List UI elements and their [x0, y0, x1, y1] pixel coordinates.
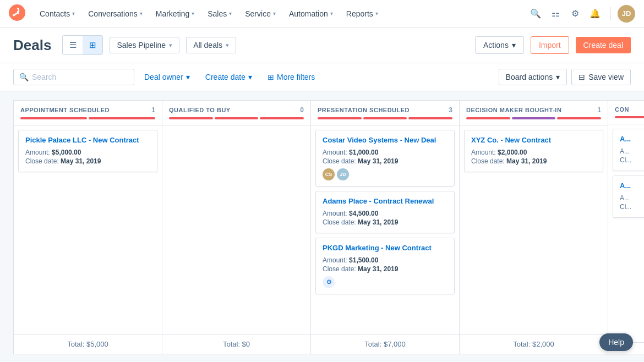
col-body-decision-maker-bought-in: XYZ Co. - New ContractAmount: $2,000.00C… [460, 125, 608, 334]
chevron-down-icon: ▾ [192, 10, 194, 17]
deal-card-partial[interactable]: A... A... Cl... [613, 175, 644, 218]
progress-bar [466, 117, 510, 119]
chevron-down-icon: ▾ [140, 10, 143, 17]
progress-bar [169, 117, 213, 119]
deal-card-d5[interactable]: XYZ Co. - New ContractAmount: $2,000.00C… [464, 130, 603, 172]
deal-avatars-d4: ⊙ [323, 276, 447, 288]
col-count-decision-maker-bought-in: 1 [597, 106, 601, 114]
deal-amount-d4: Amount: $1,500.00 [323, 256, 447, 264]
progress-bar [318, 117, 362, 119]
chevron-down-icon: ▾ [512, 41, 516, 50]
deal-card-d1[interactable]: Pickle Palace LLC - New ContractAmount: … [18, 130, 157, 172]
chevron-down-icon: ▾ [273, 10, 276, 17]
progress-bar [557, 117, 601, 119]
deal-amount-d5: Amount: $2,000.00 [471, 149, 596, 156]
save-view-button[interactable]: ⊟ Save view [571, 69, 631, 85]
col-header-col-partial: CON [608, 101, 644, 124]
deal-card-d4[interactable]: PKGD Marketing - New ContractAmount: $1,… [315, 238, 455, 294]
col-bars-qualified-to-buy [169, 117, 304, 119]
chevron-down-icon: ▾ [72, 10, 75, 17]
col-title-col-partial: CON [615, 106, 629, 113]
chevron-down-icon: ▾ [186, 73, 190, 81]
progress-bar [215, 117, 259, 119]
deal-amount: A... [620, 194, 644, 202]
col-header-qualified-to-buy: QUALIFIED TO BUY0 [162, 101, 310, 125]
col-header-decision-maker-bought-in: DECISION MAKER BOUGHT-IN1 [460, 101, 608, 125]
help-button[interactable]: Help [599, 333, 633, 351]
kanban-col-presentation-scheduled: PRESENTATION SCHEDULED3Costar Video Syst… [310, 100, 459, 354]
nav-conversations[interactable]: Conversations ▾ [83, 5, 148, 23]
col-title-qualified-to-buy: QUALIFIED TO BUY [169, 107, 231, 113]
hubspot-logo[interactable] [9, 4, 25, 23]
chevron-down-icon: ▾ [169, 42, 172, 49]
nav-automation[interactable]: Automation ▾ [283, 5, 339, 23]
col-title-decision-maker-bought-in: DECISION MAKER BOUGHT-IN [466, 107, 561, 113]
settings-icon-btn[interactable]: ⚙ [566, 5, 584, 23]
deal-card-partial[interactable]: A... A... Cl... [613, 129, 644, 171]
search-box[interactable]: 🔍 [13, 69, 134, 85]
user-avatar[interactable]: JD [618, 5, 635, 23]
search-input[interactable] [32, 73, 128, 81]
deal-avatars-d2: CSJD [323, 168, 447, 180]
col-body-qualified-to-buy [162, 125, 310, 334]
actions-button[interactable]: Actions ▾ [475, 36, 524, 54]
deal-close-date-d3: Close date: May 31, 2019 [323, 218, 447, 226]
nav-divider [610, 7, 611, 20]
page-header: Deals ☰ ⊞ Sales Pipeline ▾ All deals ▾ A… [0, 28, 644, 63]
nav-reports[interactable]: Reports ▾ [341, 5, 384, 23]
chevron-down-icon: ▾ [556, 73, 560, 81]
chevron-down-icon: ▾ [248, 73, 252, 81]
deal-card-d2[interactable]: Costar Video Systems - New DealAmount: $… [315, 130, 455, 187]
col-title-appointment-scheduled: APPOINTMENT SCHEDULED [20, 107, 110, 113]
more-filters-btn[interactable]: ⊞ More filters [262, 69, 320, 85]
deal-title-d2[interactable]: Costar Video Systems - New Deal [323, 136, 447, 145]
deal-close-date-d1: Close date: May 31, 2019 [25, 157, 150, 165]
create-deal-button[interactable]: Create deal [576, 37, 631, 53]
create-date-filter[interactable]: Create date ▾ [200, 69, 258, 85]
board-actions-button[interactable]: Board actions ▾ [499, 69, 567, 85]
kanban-col-decision-maker-bought-in: DECISION MAKER BOUGHT-IN1XYZ Co. - New C… [459, 100, 608, 354]
import-button[interactable]: Import [531, 36, 569, 54]
marketplace-icon-btn[interactable]: ⚏ [547, 5, 564, 23]
col-footer-decision-maker-bought-in: Total: $2,000 [460, 334, 608, 354]
nav-service[interactable]: Service ▾ [239, 5, 281, 23]
progress-bar [260, 117, 304, 119]
filter-bar: 🔍 Deal owner ▾ Create date ▾ ⊞ More filt… [0, 63, 644, 91]
col-count-appointment-scheduled: 1 [151, 106, 155, 114]
deal-title-d5[interactable]: XYZ Co. - New Contract [471, 136, 596, 145]
filter-dropdown[interactable]: All deals ▾ [186, 37, 236, 53]
deal-close-date-d4: Close date: May 31, 2019 [323, 265, 447, 273]
deal-title-d1[interactable]: Pickle Palace LLC - New Contract [25, 136, 150, 145]
kanban-board: APPOINTMENT SCHEDULED1Pickle Palace LLC … [0, 91, 644, 362]
deal-amount-d2: Amount: $1,000.00 [323, 149, 447, 156]
deal-owner-filter[interactable]: Deal owner ▾ [139, 69, 195, 85]
deal-title[interactable]: A... [620, 135, 644, 144]
deal-card-d3[interactable]: Adams Place - Contract RenewalAmount: $4… [315, 191, 455, 233]
nav-sales[interactable]: Sales ▾ [202, 5, 237, 23]
deal-title-d4[interactable]: PKGD Marketing - New Contract [323, 244, 447, 253]
nav-marketing[interactable]: Marketing ▾ [150, 5, 200, 23]
board-view-btn[interactable]: ⊞ [83, 36, 102, 54]
progress-bar [20, 117, 87, 119]
nav-contacts[interactable]: Contacts ▾ [34, 5, 80, 23]
col-count-presentation-scheduled: 3 [449, 106, 452, 114]
deal-title-d3[interactable]: Adams Place - Contract Renewal [323, 197, 447, 206]
view-toggle: ☰ ⊞ [62, 35, 103, 55]
chevron-down-icon: ▾ [226, 42, 229, 49]
page-title: Deals [13, 37, 51, 54]
col-header-presentation-scheduled: PRESENTATION SCHEDULED3 [311, 101, 459, 125]
save-icon: ⊟ [578, 73, 585, 81]
col-bars-col-partial [615, 116, 644, 118]
notifications-icon-btn[interactable]: 🔔 [586, 5, 604, 23]
deal-avatar: CS [323, 168, 335, 180]
col-bars-decision-maker-bought-in [466, 117, 601, 119]
deal-title[interactable]: A... [620, 182, 644, 191]
pipeline-dropdown[interactable]: Sales Pipeline ▾ [110, 37, 179, 53]
col-count-qualified-to-buy: 0 [300, 106, 304, 114]
top-nav: Contacts ▾ Conversations ▾ Marketing ▾ S… [0, 0, 644, 28]
search-icon-btn[interactable]: 🔍 [527, 5, 544, 23]
col-header-appointment-scheduled: APPOINTMENT SCHEDULED1 [14, 101, 162, 125]
col-body-presentation-scheduled: Costar Video Systems - New DealAmount: $… [311, 125, 459, 334]
list-view-btn[interactable]: ☰ [63, 36, 83, 54]
progress-bar [512, 117, 556, 119]
